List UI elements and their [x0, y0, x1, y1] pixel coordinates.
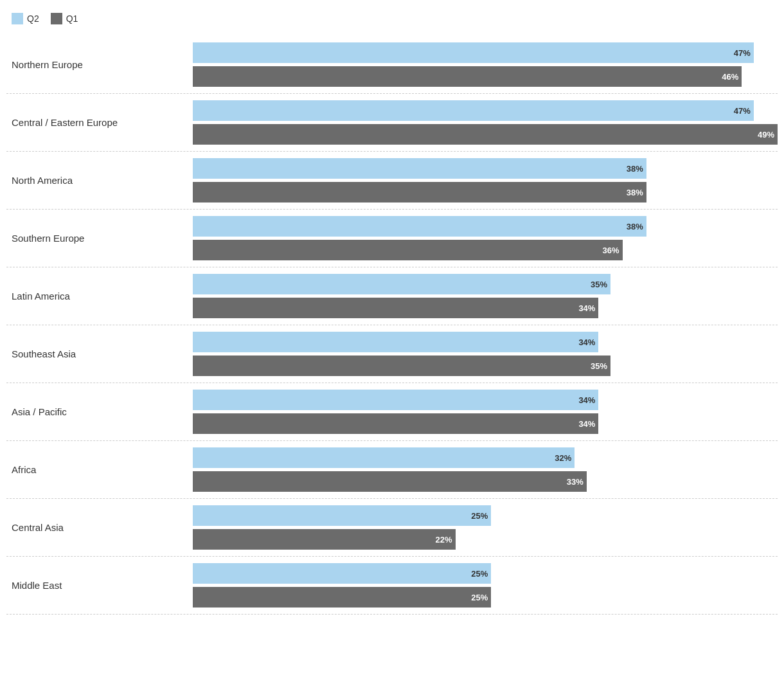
q1-bar-row: 36%	[193, 240, 778, 260]
q2-bar: 47%	[193, 100, 754, 121]
q1-bar: 33%	[193, 471, 587, 492]
q2-bar: 25%	[193, 563, 491, 584]
q2-bar: 34%	[193, 390, 598, 410]
region-row: Africa32%33%	[6, 441, 778, 499]
q2-bar: 47%	[193, 42, 754, 63]
bars-container: 47%46%	[193, 42, 778, 87]
q1-bar: 49%	[193, 124, 778, 145]
region-label: Asia / Pacific	[6, 406, 193, 417]
q2-bar: 38%	[193, 216, 646, 237]
chart-legend: Q2 Q1	[12, 13, 778, 24]
region-row: Southeast Asia34%35%	[6, 325, 778, 383]
legend-q1: Q1	[51, 13, 78, 24]
region-row: Central Asia25%22%	[6, 499, 778, 557]
bars-container: 38%38%	[193, 158, 778, 203]
bars-container: 25%22%	[193, 505, 778, 550]
region-label: Middle East	[6, 580, 193, 591]
legend-q2: Q2	[12, 13, 39, 24]
q1-bar: 34%	[193, 413, 598, 434]
q2-label: Q2	[27, 14, 39, 24]
q1-bar-row: 33%	[193, 471, 778, 492]
q1-label: Q1	[66, 14, 78, 24]
region-label: Central Asia	[6, 522, 193, 533]
region-label: North America	[6, 175, 193, 186]
q2-bar: 35%	[193, 274, 610, 294]
q1-bar: 34%	[193, 298, 598, 318]
q1-bar-row: 25%	[193, 587, 778, 608]
bars-container: 34%34%	[193, 390, 778, 434]
bars-container: 32%33%	[193, 447, 778, 492]
region-label: Northern Europe	[6, 59, 193, 70]
q1-bar: 25%	[193, 587, 491, 608]
q1-bar-row: 22%	[193, 529, 778, 550]
region-label: Latin America	[6, 291, 193, 302]
region-row: North America38%38%	[6, 152, 778, 210]
region-row: Northern Europe47%46%	[6, 36, 778, 94]
region-row: Asia / Pacific34%34%	[6, 383, 778, 441]
region-label: Southern Europe	[6, 233, 193, 244]
region-label: Africa	[6, 464, 193, 475]
region-row: Southern Europe38%36%	[6, 210, 778, 267]
bars-container: 34%35%	[193, 332, 778, 376]
q2-bar-row: 35%	[193, 274, 778, 294]
q2-bar: 38%	[193, 158, 646, 179]
bars-container: 47%49%	[193, 100, 778, 145]
region-row: Middle East25%25%	[6, 557, 778, 615]
q1-bar-row: 38%	[193, 182, 778, 203]
q1-bar: 36%	[193, 240, 623, 260]
q1-bar: 22%	[193, 529, 456, 550]
q1-bar-row: 49%	[193, 124, 778, 145]
q2-bar: 25%	[193, 505, 491, 526]
q2-bar-row: 32%	[193, 447, 778, 468]
q2-bar-row: 34%	[193, 332, 778, 352]
bars-container: 38%36%	[193, 216, 778, 260]
q2-bar-row: 38%	[193, 216, 778, 237]
region-row: Central / Eastern Europe47%49%	[6, 94, 778, 152]
q2-bar-row: 38%	[193, 158, 778, 179]
q2-bar-row: 25%	[193, 505, 778, 526]
q1-bar: 38%	[193, 182, 646, 203]
q2-bar-row: 47%	[193, 100, 778, 121]
region-label: Central / Eastern Europe	[6, 117, 193, 128]
q2-swatch	[12, 13, 23, 24]
region-row: Latin America35%34%	[6, 267, 778, 325]
q2-bar: 34%	[193, 332, 598, 352]
q2-bar-row: 47%	[193, 42, 778, 63]
q2-bar-row: 25%	[193, 563, 778, 584]
q1-swatch	[51, 13, 62, 24]
q1-bar-row: 34%	[193, 413, 778, 434]
q1-bar-row: 46%	[193, 66, 778, 87]
region-label: Southeast Asia	[6, 348, 193, 359]
q1-bar: 46%	[193, 66, 742, 87]
bars-container: 35%34%	[193, 274, 778, 318]
bar-chart: Northern Europe47%46%Central / Eastern E…	[6, 36, 778, 615]
q2-bar: 32%	[193, 447, 575, 468]
bars-container: 25%25%	[193, 563, 778, 608]
q1-bar-row: 34%	[193, 298, 778, 318]
q2-bar-row: 34%	[193, 390, 778, 410]
q1-bar-row: 35%	[193, 356, 778, 376]
q1-bar: 35%	[193, 356, 610, 376]
